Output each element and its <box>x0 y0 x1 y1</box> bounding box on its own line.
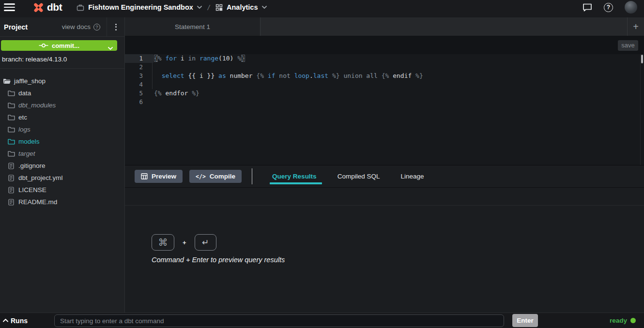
code-icon: </> <box>196 173 206 180</box>
results-tab-lineage[interactable]: Lineage <box>400 165 424 187</box>
git-commit-icon <box>39 43 48 48</box>
plus-glyph: + <box>183 239 186 246</box>
dbt-logo[interactable]: dbt <box>32 1 62 14</box>
editor-scrollbar-thumb[interactable] <box>641 55 643 63</box>
code-line-text <box>153 63 154 72</box>
code-line-2: 2 <box>125 63 644 72</box>
tree-item-label: jaffle_shop <box>14 77 46 85</box>
table-icon <box>141 173 148 179</box>
chevron-up-icon <box>3 319 8 322</box>
save-button[interactable]: save <box>618 40 638 51</box>
results-header-divider <box>252 168 252 184</box>
file-icon <box>7 199 15 206</box>
view-docs-link[interactable]: view docs ? <box>62 23 100 30</box>
folder-icon <box>7 126 15 133</box>
chevron-down-icon <box>197 6 202 9</box>
file-icon <box>7 187 15 194</box>
tree-item-label: .gitignore <box>18 162 46 169</box>
top-bar: dbt Fishtown Engineering Sandbox / <box>0 0 644 17</box>
tree-item-data[interactable]: data <box>0 87 124 99</box>
tree-item-label: LICENSE <box>18 186 46 194</box>
sidebar-header: Project view docs ? <box>0 17 124 37</box>
help-icon[interactable]: ? <box>604 3 613 12</box>
code-editor[interactable]: 1{% for i in range(10) %}23 select {{ i … <box>125 54 644 165</box>
folder-icon <box>7 90 15 96</box>
runs-label: Runs <box>11 317 28 325</box>
hamburger-menu-icon[interactable] <box>4 1 19 13</box>
line-number: 6 <box>125 98 153 106</box>
results-subheader <box>125 188 644 206</box>
enter-button[interactable]: Enter <box>512 314 538 327</box>
folder-icon <box>7 114 15 120</box>
tab-statement-1[interactable]: Statement 1 <box>125 17 261 36</box>
apps-grid-icon <box>215 4 223 11</box>
preview-button[interactable]: Preview <box>135 170 183 183</box>
folder-icon <box>7 138 15 145</box>
compile-button-label: Compile <box>210 173 235 180</box>
tree-item-gitignore[interactable]: .gitignore <box>0 160 124 172</box>
folder-open-icon <box>3 78 11 84</box>
tree-item-dbt-project-yml[interactable]: dbt_project.yml <box>0 172 124 184</box>
indent-guide <box>152 63 153 89</box>
shortcut-hint: Command + Enter to preview query results <box>152 256 285 264</box>
folder-icon <box>7 150 15 157</box>
environment-switcher-label: Analytics <box>227 3 258 11</box>
tree-item-dbt-modules[interactable]: dbt_modules <box>0 99 124 111</box>
tree-item-label: dbt_project.yml <box>18 174 63 181</box>
code-line-5: 5{% endfor %} <box>125 89 644 98</box>
runs-toggle[interactable]: Runs <box>3 317 28 325</box>
kebab-menu-icon[interactable] <box>107 24 124 30</box>
tree-item-label: README.md <box>18 198 57 206</box>
line-number: 4 <box>125 80 153 89</box>
status-ready: ready <box>610 317 636 324</box>
file-icon <box>7 175 15 181</box>
project-switcher[interactable]: Fishtown Engineering Sandbox <box>77 3 202 11</box>
file-tree: jaffle_shopdatadbt_modulesetclogsmodelst… <box>0 69 124 208</box>
tree-item-target[interactable]: target <box>0 148 124 160</box>
code-line-1: 1{% for i in range(10) %} <box>125 54 644 63</box>
briefcase-icon <box>77 4 84 11</box>
code-line-text: {% endfor %} <box>153 89 199 98</box>
line-number: 3 <box>125 72 153 80</box>
code-line-text <box>153 80 154 89</box>
command-key-icon: ⌘ <box>152 234 174 251</box>
question-circle-icon: ? <box>93 24 100 30</box>
tab-statement-1-label: Statement 1 <box>175 23 210 30</box>
status-ready-label: ready <box>610 317 627 324</box>
code-line-text: {% for i in range(10) %} <box>153 54 245 63</box>
keyboard-shortcut: ⌘ + ↵ <box>152 234 216 251</box>
preview-button-label: Preview <box>152 173 176 180</box>
new-tab-button[interactable]: + <box>628 17 644 36</box>
tree-item-label: models <box>18 138 40 145</box>
environment-switcher[interactable]: Analytics <box>215 3 266 11</box>
tree-item-etc[interactable]: etc <box>0 111 124 123</box>
code-line-3: 3 select {{ i }} as number {% if not loo… <box>125 72 644 80</box>
tree-item-logs[interactable]: logs <box>0 123 124 135</box>
commit-button[interactable]: commit... <box>1 40 117 51</box>
command-input[interactable] <box>54 314 504 327</box>
results-tabs: Query ResultsCompiled SQLLineage <box>272 165 424 187</box>
folder-icon <box>7 102 15 108</box>
tree-item-readme-md[interactable]: README.md <box>0 196 124 208</box>
compile-button[interactable]: </> Compile <box>189 170 242 183</box>
tree-item-jaffle-shop[interactable]: jaffle_shop <box>0 75 124 87</box>
chat-icon[interactable] <box>583 3 592 12</box>
code-line-6: 6 <box>125 98 644 106</box>
project-switcher-label: Fishtown Engineering Sandbox <box>88 3 193 11</box>
sidebar-title: Project <box>4 23 28 31</box>
tree-item-models[interactable]: models <box>0 135 124 148</box>
results-tab-query-results[interactable]: Query Results <box>272 165 317 187</box>
code-line-text <box>153 98 154 106</box>
sidebar: Project view docs ? commit... <box>0 17 125 313</box>
tree-item-license[interactable]: LICENSE <box>0 184 124 196</box>
user-avatar[interactable] <box>625 1 637 14</box>
code-lines: 1{% for i in range(10) %}23 select {{ i … <box>125 54 644 106</box>
branch-label: branch: release/4.13.0 <box>0 51 124 69</box>
editor-toolbar: save <box>125 36 644 54</box>
breadcrumb-separator: / <box>208 3 210 12</box>
tree-item-label: logs <box>18 126 31 133</box>
line-number: 1 <box>125 54 153 63</box>
dbt-logo-x-icon <box>32 1 45 14</box>
results-tab-compiled-sql[interactable]: Compiled SQL <box>337 165 380 187</box>
tree-item-label: data <box>18 89 31 97</box>
